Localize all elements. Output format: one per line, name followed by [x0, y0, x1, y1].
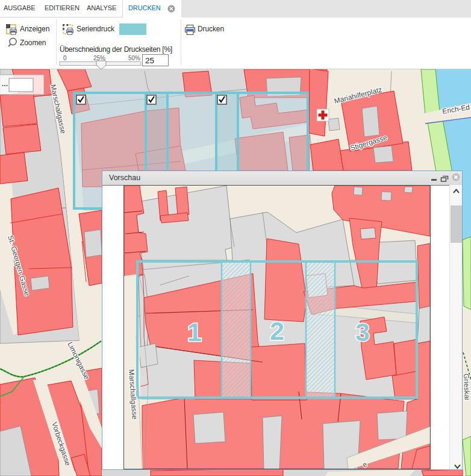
svg-text:3: 3	[355, 318, 370, 346]
svg-text:1: 1	[187, 318, 202, 346]
svg-text:2: 2	[270, 316, 284, 345]
svg-text:Grieskai: Grieskai	[462, 374, 471, 400]
